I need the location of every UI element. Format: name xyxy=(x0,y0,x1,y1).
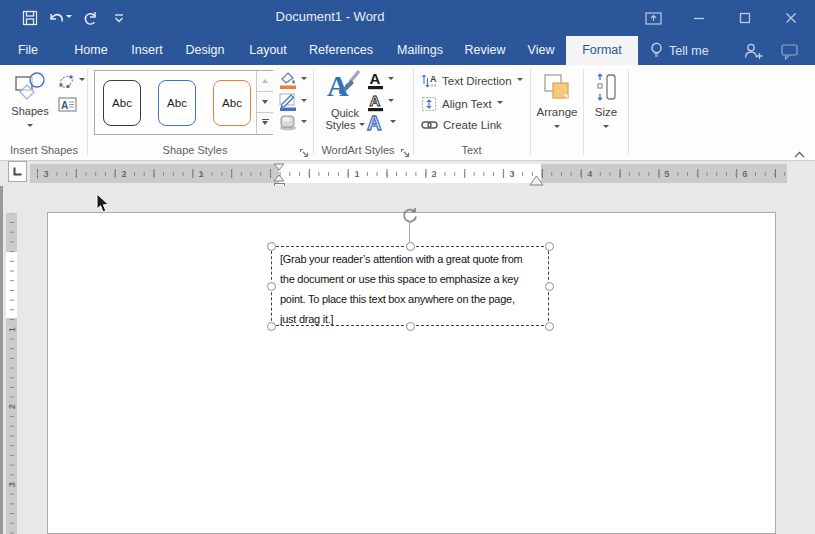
save-button[interactable] xyxy=(22,8,38,28)
tab-design[interactable]: Design xyxy=(177,36,233,65)
ruler-number: 3 xyxy=(6,479,17,491)
gallery-scroll-up-button[interactable] xyxy=(257,71,273,92)
ruler-ticks xyxy=(30,164,787,183)
tab-references[interactable]: References xyxy=(301,36,381,65)
size-icon xyxy=(594,72,618,102)
minimize-button[interactable] xyxy=(682,6,716,30)
text-direction-icon: A xyxy=(421,73,437,89)
tab-stop-left-icon xyxy=(12,166,23,177)
document-canvas: 1 2 3 [Grab your reader’s attention with… xyxy=(0,186,815,534)
resize-handle-top-right[interactable] xyxy=(545,242,554,251)
dialog-launcher-icon xyxy=(400,148,411,159)
shapes-dropdown-caret xyxy=(27,124,33,130)
close-button[interactable] xyxy=(774,6,808,30)
group-divider xyxy=(87,69,88,155)
resize-handle-bottom-center[interactable] xyxy=(406,322,415,331)
maximize-button[interactable] xyxy=(728,6,762,30)
ruler-number: 1 xyxy=(195,168,207,179)
shape-style-option-3[interactable]: Abc xyxy=(213,80,251,126)
tab-mailings[interactable]: Mailings xyxy=(386,36,454,65)
shape-effects-icon xyxy=(278,114,298,132)
quick-styles-button[interactable]: A Quick Styles xyxy=(322,67,368,141)
ruler-number: 3 xyxy=(40,168,52,179)
create-link-button[interactable]: Create Link xyxy=(421,119,502,131)
undo-icon xyxy=(48,10,66,26)
shape-outline-button[interactable] xyxy=(278,92,307,112)
text-effects-button[interactable]: A xyxy=(363,111,396,135)
text-box-content[interactable]: [Grab your reader’s attention with a gre… xyxy=(280,249,523,329)
arrange-button[interactable]: Arrange xyxy=(533,69,581,147)
customize-qat-button[interactable] xyxy=(113,8,125,28)
tab-home[interactable]: Home xyxy=(64,36,118,65)
resize-handle-middle-right[interactable] xyxy=(545,282,554,291)
ruler-number: 2 xyxy=(428,168,440,179)
gallery-more-button[interactable] xyxy=(257,113,273,134)
edit-shape-dropdown-caret xyxy=(79,78,85,84)
resize-handle-top-left[interactable] xyxy=(267,242,276,251)
resize-handle-bottom-right[interactable] xyxy=(545,322,554,331)
tab-layout[interactable]: Layout xyxy=(240,36,296,65)
shape-outline-dropdown-caret xyxy=(301,99,307,105)
tab-insert[interactable]: Insert xyxy=(122,36,172,65)
wordart-styles-group-label: WordArt Styles xyxy=(315,144,401,158)
ribbon-display-options-button[interactable] xyxy=(636,6,670,30)
shape-style-option-1[interactable]: Abc xyxy=(103,80,141,126)
align-text-icon xyxy=(421,96,437,112)
tab-file[interactable]: File xyxy=(8,36,48,65)
text-fill-button[interactable]: A xyxy=(366,70,394,90)
text-effects-icon: A xyxy=(363,111,387,135)
dialog-launcher-icon xyxy=(299,148,310,159)
text-box-line: point. To place this text box anywhere o… xyxy=(280,289,523,309)
resize-handle-bottom-left[interactable] xyxy=(267,322,276,331)
tab-review[interactable]: Review xyxy=(456,36,514,65)
shape-fill-dropdown-caret xyxy=(301,77,307,83)
shapes-button[interactable]: Shapes xyxy=(6,69,54,141)
group-divider xyxy=(413,69,414,155)
shape-effects-button[interactable] xyxy=(278,114,307,132)
comments-button[interactable] xyxy=(781,44,799,64)
redo-button[interactable] xyxy=(82,8,99,28)
tell-me-box[interactable]: Tell me xyxy=(650,36,709,65)
resize-handle-top-center[interactable] xyxy=(406,242,415,251)
text-box-line: [Grab your reader’s attention with a gre… xyxy=(280,249,523,269)
title-bar: Document1 - Word xyxy=(0,0,815,36)
text-direction-dropdown-caret xyxy=(517,78,523,84)
undo-dropdown-caret[interactable] xyxy=(66,15,72,21)
text-outline-icon: A xyxy=(366,92,385,112)
ruler-number: 3 xyxy=(506,168,518,179)
size-dropdown-caret xyxy=(603,125,609,131)
edit-shape-button[interactable] xyxy=(57,72,85,90)
shape-effects-dropdown-caret xyxy=(301,120,307,126)
save-icon xyxy=(22,10,38,26)
group-divider xyxy=(628,69,629,155)
text-box-button[interactable]: A xyxy=(58,96,77,113)
shape-fill-button[interactable] xyxy=(278,70,307,90)
text-outline-button[interactable]: A xyxy=(366,92,394,112)
undo-button[interactable] xyxy=(48,8,72,28)
tab-selector-button[interactable] xyxy=(8,161,27,182)
resize-handle-middle-left[interactable] xyxy=(267,282,276,291)
text-direction-button[interactable]: A Text Direction xyxy=(421,73,523,89)
ruler-number: 1 xyxy=(351,168,363,179)
svg-text:A: A xyxy=(370,92,381,109)
shape-outline-icon xyxy=(278,92,298,112)
shapes-button-label: Shapes xyxy=(6,105,54,117)
gallery-scroll-down-button[interactable] xyxy=(257,92,273,113)
create-link-label: Create Link xyxy=(443,119,502,131)
tab-view[interactable]: View xyxy=(518,36,564,65)
rotate-handle[interactable] xyxy=(401,207,419,228)
text-direction-label: Text Direction xyxy=(442,75,512,87)
tab-format-active[interactable]: Format xyxy=(566,36,638,65)
tell-me-label: Tell me xyxy=(669,44,709,58)
align-text-button[interactable]: Align Text xyxy=(421,96,503,112)
size-button[interactable]: Size xyxy=(586,69,626,147)
comment-icon xyxy=(781,44,799,60)
sign-in-button[interactable] xyxy=(744,42,764,64)
shape-style-option-2[interactable]: Abc xyxy=(158,80,196,126)
size-button-label: Size xyxy=(586,106,626,118)
svg-text:A: A xyxy=(61,100,68,111)
text-outline-dropdown-caret xyxy=(388,99,394,105)
quick-styles-icon: A xyxy=(326,67,364,103)
quick-styles-label-line2: Styles xyxy=(325,119,355,131)
ruler-number: 2 xyxy=(6,401,17,413)
